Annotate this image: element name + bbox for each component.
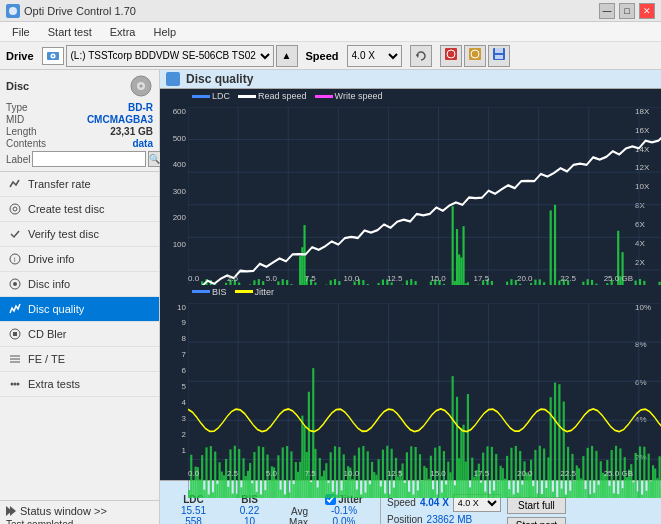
speed-select-header[interactable]: 4.0 X: [347, 45, 402, 67]
minimize-button[interactable]: —: [599, 3, 615, 19]
svg-rect-355: [317, 487, 319, 498]
nav-extra-tests-label: Extra tests: [28, 378, 80, 390]
svg-rect-489: [608, 485, 610, 498]
svg-rect-410: [436, 494, 438, 498]
toolbar-btn1[interactable]: [440, 45, 462, 67]
maximize-button[interactable]: □: [619, 3, 635, 19]
speed-refresh-button[interactable]: [410, 45, 432, 67]
svg-rect-495: [621, 488, 623, 498]
svg-rect-362: [332, 491, 334, 498]
svg-rect-488: [606, 459, 608, 498]
toolbar-btn2[interactable]: [464, 45, 486, 67]
svg-rect-331: [264, 490, 266, 498]
menu-help[interactable]: Help: [145, 24, 184, 40]
svg-point-3: [52, 55, 54, 57]
svg-point-14: [140, 85, 143, 88]
svg-rect-508: [650, 481, 652, 498]
menu-file[interactable]: File: [4, 24, 38, 40]
nav-fe-te[interactable]: FE / TE: [0, 347, 159, 372]
app-title: Opti Drive Control 1.70: [24, 5, 136, 17]
svg-rect-449: [521, 484, 523, 498]
nav-create-test-label: Create test disc: [28, 203, 104, 215]
eject-button[interactable]: ▲: [276, 45, 298, 67]
svg-rect-450: [523, 461, 525, 498]
start-part-button[interactable]: Start part: [507, 517, 566, 524]
svg-rect-384: [380, 486, 382, 498]
svg-rect-478: [584, 489, 586, 498]
svg-rect-349: [303, 426, 305, 498]
position-label: Position: [387, 514, 423, 525]
nav-cd-bler[interactable]: CD Bler: [0, 322, 159, 347]
menu-bar: File Start test Extra Help: [0, 22, 661, 42]
ldc-max-val: 558: [185, 516, 202, 525]
disc-quality-icon: [8, 302, 22, 316]
svg-rect-305: [208, 494, 210, 498]
svg-rect-497: [626, 477, 628, 498]
svg-rect-329: [260, 494, 262, 498]
svg-rect-377: [364, 492, 366, 498]
nav-disc-quality[interactable]: Disc quality: [0, 297, 159, 322]
menu-extra[interactable]: Extra: [102, 24, 144, 40]
nav-cd-bler-label: CD Bler: [28, 328, 67, 340]
ldc-avg-val: 15.51: [181, 505, 206, 516]
title-bar-left: Opti Drive Control 1.70: [6, 4, 136, 18]
svg-rect-453: [530, 459, 532, 498]
svg-rect-388: [388, 493, 390, 498]
svg-rect-406: [428, 478, 430, 498]
nav-extra-tests[interactable]: Extra tests: [0, 372, 159, 397]
menu-start-test[interactable]: Start test: [40, 24, 100, 40]
svg-rect-301: [199, 479, 201, 498]
svg-rect-467: [560, 488, 562, 498]
svg-rect-447: [517, 492, 519, 498]
svg-rect-466: [558, 384, 560, 498]
nav-verify-label: Verify test disc: [28, 228, 99, 240]
svg-marker-30: [10, 506, 16, 516]
extra-tests-icon: [8, 377, 22, 391]
svg-rect-375: [360, 494, 362, 498]
svg-rect-493: [617, 494, 619, 498]
toolbar-buttons: [440, 45, 510, 67]
legend-bis: BIS: [192, 287, 227, 297]
svg-rect-342: [288, 492, 290, 498]
svg-rect-485: [600, 461, 602, 498]
legend-jitter: Jitter: [235, 287, 275, 297]
position-row: Position 23862 MB: [387, 514, 501, 525]
toolbar-save[interactable]: [488, 45, 510, 67]
svg-rect-390: [393, 487, 395, 498]
svg-rect-338: [279, 489, 281, 498]
mid-label: MID: [6, 114, 24, 125]
nav-items: Transfer rate Create test disc Verify te…: [0, 172, 159, 500]
disc-label-text: Label: [6, 154, 30, 165]
disc-panel: Disc Type BD-R MID CMCMAGBA3 Length 23,3…: [0, 70, 159, 172]
svg-rect-386: [384, 493, 386, 498]
svg-rect-303: [203, 489, 205, 498]
type-val: BD-R: [128, 102, 153, 113]
nav-disc-info[interactable]: Disc info: [0, 272, 159, 297]
status-window[interactable]: Status window >> Test completed 100.0% 2…: [0, 500, 159, 524]
nav-create-test-disc[interactable]: Create test disc: [0, 197, 159, 222]
read-label: Read speed: [258, 91, 307, 101]
svg-rect-458: [541, 494, 543, 498]
svg-rect-313: [225, 458, 227, 498]
ldc-stats: LDC 15.51 558 5920299: [166, 494, 221, 525]
svg-rect-408: [432, 489, 434, 498]
nav-transfer-rate[interactable]: Transfer rate: [0, 172, 159, 197]
svg-rect-432: [484, 491, 486, 498]
svg-rect-414: [445, 484, 447, 498]
nav-drive-info[interactable]: i Drive info: [0, 247, 159, 272]
start-full-button[interactable]: Start full: [507, 497, 566, 514]
drive-select[interactable]: (L:) TSSTcorp BDDVDW SE-506CB TS02: [66, 45, 274, 67]
x-axis-top: 0.0 2.5 5.0 7.5 10.0 12.5 15.0 17.5 20.0…: [188, 274, 633, 283]
close-button[interactable]: ✕: [639, 3, 655, 19]
svg-rect-401: [417, 490, 419, 498]
bis-color: [192, 290, 210, 293]
svg-rect-512: [659, 456, 661, 498]
nav-verify-test-disc[interactable]: Verify test disc: [0, 222, 159, 247]
svg-rect-373: [356, 489, 358, 498]
svg-rect-322: [245, 475, 247, 498]
svg-rect-298: [192, 479, 194, 498]
svg-rect-427: [473, 476, 475, 498]
speed-position-stats: Speed 4.04 X 4.0 X Position 23862 MB Sam…: [387, 494, 501, 525]
length-val: 23,31 GB: [110, 126, 153, 137]
disc-label-input[interactable]: [32, 151, 146, 167]
